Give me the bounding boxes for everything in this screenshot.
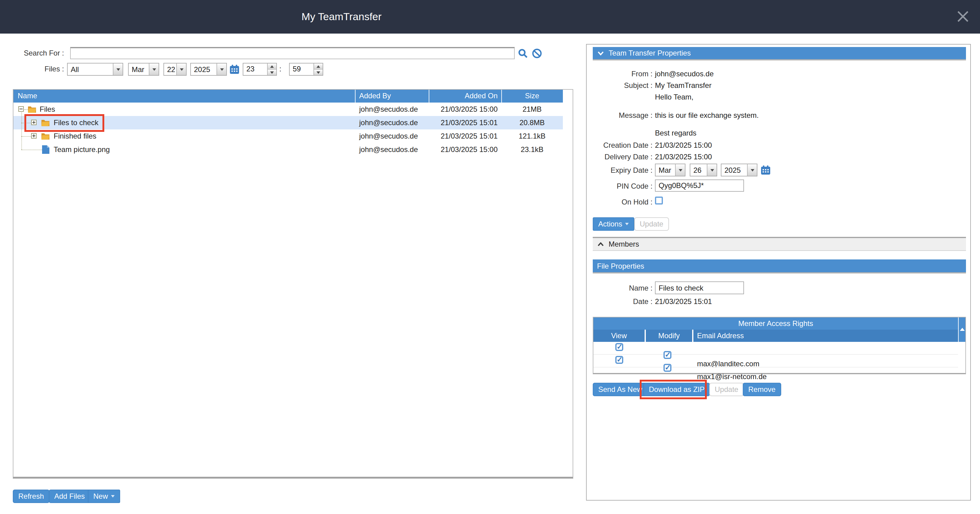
file-size: 21MB (501, 102, 563, 116)
on-hold-checkbox[interactable] (655, 196, 663, 204)
file-name[interactable]: Team picture.png (54, 143, 237, 156)
col-modify[interactable]: Modify (646, 330, 692, 342)
close-icon[interactable] (955, 8, 972, 25)
file-icon (42, 145, 49, 156)
new-button[interactable]: New (88, 490, 120, 503)
filter-month-select[interactable]: Mar (128, 63, 159, 76)
added-by: john@secudos.de (359, 129, 429, 143)
collapse-icon[interactable] (18, 106, 24, 112)
view-checkbox[interactable] (615, 356, 623, 364)
added-on: 21/03/2025 15:01 (429, 116, 498, 129)
folder-icon (41, 132, 50, 143)
clear-search-icon[interactable] (532, 48, 542, 61)
col-added-by[interactable]: Added By (359, 90, 391, 102)
refresh-button[interactable]: Refresh (13, 490, 49, 503)
member-access-columns: View Modify Email Address (593, 330, 958, 342)
calendar-icon[interactable] (760, 165, 771, 178)
chevron-up-icon (598, 242, 604, 246)
search-input[interactable] (70, 47, 515, 59)
delivery-date-value: 21/03/2025 15:00 (655, 152, 712, 162)
expiry-year-select[interactable]: 2025 (721, 164, 757, 176)
added-on: 21/03/2025 15:00 (429, 102, 498, 116)
expiry-date-label: Expiry Date : (593, 166, 652, 175)
file-name-label: Name : (593, 283, 652, 293)
chevron-down-icon (747, 164, 757, 176)
download-as-zip-button[interactable]: Download as ZIP (643, 383, 710, 396)
remove-button[interactable]: Remove (743, 383, 781, 396)
file-type-select[interactable]: All (67, 63, 123, 76)
filter-year-select[interactable]: 2025 (190, 63, 227, 76)
update-transfer-button[interactable]: Update (634, 217, 669, 231)
creation-date-label: Creation Date : (593, 140, 652, 150)
table-row[interactable]: Team picture.png john@secudos.de 21/03/2… (13, 143, 563, 156)
file-name[interactable]: Finished files (54, 129, 237, 143)
pin-code-input[interactable] (655, 179, 744, 192)
hour-spinner[interactable]: 23 (243, 63, 277, 76)
search-for-label: Search For : (0, 48, 64, 58)
file-size: 20.8MB (501, 116, 563, 129)
chevron-down-icon (625, 223, 629, 225)
view-checkbox[interactable] (615, 343, 623, 351)
added-on: 21/03/2025 15:00 (429, 143, 498, 156)
expiry-day-select[interactable]: 26 (690, 164, 717, 176)
folder-icon (41, 118, 50, 129)
spin-down-icon[interactable] (268, 69, 276, 75)
minute-spinner[interactable]: 59 (289, 63, 323, 76)
subject-label: Subject : (593, 81, 652, 90)
file-date-label: Date : (593, 297, 652, 306)
chevron-down-icon (675, 164, 685, 176)
chevron-down-icon (598, 51, 604, 55)
pin-code-label: PIN Code : (593, 181, 652, 191)
members-section-header[interactable]: Members (593, 237, 966, 251)
calendar-icon[interactable] (229, 64, 240, 77)
search-icon[interactable] (518, 48, 528, 61)
expand-icon[interactable] (31, 133, 37, 139)
table-scrollbar[interactable] (958, 318, 966, 342)
message-greeting: Hello Team, (655, 92, 694, 102)
col-name[interactable]: Name (18, 90, 37, 102)
update-file-button[interactable]: Update (709, 383, 744, 396)
expand-icon[interactable] (31, 120, 37, 125)
files-filter-label: Files : (0, 64, 64, 74)
table-row[interactable]: Files to check john@secudos.de 21/03/202… (13, 116, 563, 129)
col-size[interactable]: Size (501, 90, 563, 102)
col-added-on[interactable]: Added On (429, 90, 498, 102)
file-table-header: Name Added By Added On Size (13, 90, 563, 102)
spin-up-icon[interactable] (268, 64, 276, 69)
subject-value: My TeamTransfer (655, 81, 711, 90)
member-row[interactable]: max@landitec.com (593, 342, 958, 355)
from-value: john@secudos.de (655, 69, 714, 79)
file-date-value: 21/03/2025 15:01 (655, 297, 712, 306)
file-name[interactable]: Files (40, 102, 223, 116)
chevron-down-icon (111, 495, 115, 498)
table-row[interactable]: Files john@secudos.de 21/03/2025 15:00 2… (13, 102, 563, 116)
file-properties-header: File Properties (593, 259, 966, 273)
add-files-button[interactable]: Add Files (49, 490, 90, 503)
message-value: this is our file exchange system. (655, 110, 759, 120)
titlebar: My TeamTransfer (0, 0, 980, 34)
file-name-input[interactable] (655, 281, 744, 294)
col-view[interactable]: View (593, 330, 644, 342)
file-tree-panel: Name Added By Added On Size Files john@s… (13, 89, 573, 479)
actions-button[interactable]: Actions (593, 217, 635, 231)
file-size: 23.1kB (501, 143, 563, 156)
member-row[interactable]: max1@isr-netcom.de (593, 355, 958, 367)
scroll-up-icon[interactable] (960, 328, 965, 331)
modify-checkbox[interactable] (663, 364, 671, 372)
file-name[interactable]: Files to check (54, 116, 237, 129)
send-as-new-button[interactable]: Send As New (593, 383, 648, 396)
chevron-down-icon (216, 64, 226, 75)
filter-day-select[interactable]: 22 (164, 63, 187, 76)
col-email[interactable]: Email Address (697, 330, 744, 342)
member-access-table: Member Access Rights View Modify Email A… (593, 317, 966, 374)
added-by: john@secudos.de (359, 116, 429, 129)
expiry-month-select[interactable]: Mar (655, 164, 686, 176)
team-transfer-properties-header[interactable]: Team Transfer Properties (593, 47, 966, 61)
file-size: 121.1kB (501, 129, 563, 143)
time-separator: : (279, 64, 282, 74)
chevron-down-icon (707, 164, 717, 176)
table-row[interactable]: Finished files john@secudos.de 21/03/202… (13, 129, 563, 143)
spin-up-icon[interactable] (314, 64, 323, 69)
app-window: My TeamTransfer Search For : Files : All… (0, 0, 980, 514)
spin-down-icon[interactable] (314, 69, 323, 75)
